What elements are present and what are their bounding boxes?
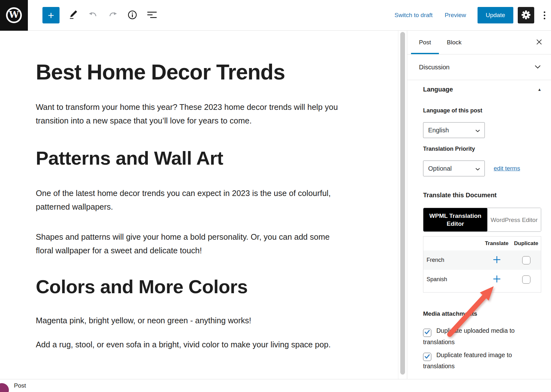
duplicate-featured-image-checkbox[interactable] xyxy=(423,353,431,361)
close-sidebar-button[interactable] xyxy=(536,39,542,46)
media-option: Duplicate featured image to translations xyxy=(423,350,542,372)
paragraph-block[interactable]: Want to transform your home this year? T… xyxy=(36,100,380,128)
table-row-spanish: Spanish xyxy=(423,270,541,289)
translate-document-heading: Translate this Document xyxy=(423,192,542,199)
heading-block[interactable]: Colors and More Colors xyxy=(36,276,380,297)
gear-icon xyxy=(521,10,531,21)
info-icon xyxy=(127,10,137,21)
redo-button[interactable] xyxy=(106,8,120,22)
update-button[interactable]: Update xyxy=(478,7,513,23)
language-name: Spanish xyxy=(423,276,482,283)
corner-badge xyxy=(0,383,9,392)
translation-languages-table: Translate Duplicate French Spanish xyxy=(423,236,541,293)
redo-icon xyxy=(108,11,118,20)
panel-language: Language ▲ Language of this post English… xyxy=(407,80,551,371)
sidebar-tabs: Post Block xyxy=(407,31,551,54)
wordpress-w-glyph: W xyxy=(9,10,19,19)
checkmark-icon xyxy=(424,352,430,362)
column-translate: Translate xyxy=(482,240,511,247)
preview-button[interactable]: Preview xyxy=(445,12,466,19)
duplicate-french-checkbox[interactable] xyxy=(522,256,530,264)
language-name: French xyxy=(423,257,482,263)
translation-editor-toggle: WPML Translation Editor WordPress Editor xyxy=(423,208,541,232)
undo-icon xyxy=(88,11,98,20)
add-spanish-translation-button[interactable] xyxy=(492,275,501,284)
wpml-editor-option[interactable]: WPML Translation Editor xyxy=(423,208,487,231)
close-icon xyxy=(536,41,542,46)
select-value: Optional xyxy=(428,165,452,172)
block-inserter-button[interactable]: + xyxy=(42,7,60,23)
paragraph-block[interactable]: One of the latest home decor trends you … xyxy=(36,187,380,214)
edit-tool-button[interactable] xyxy=(66,8,80,22)
checkmark-icon xyxy=(424,327,430,338)
paragraph-block[interactable]: Add a rug, stool, or even sofa in a brig… xyxy=(36,338,380,351)
duplicate-spanish-checkbox[interactable] xyxy=(522,275,530,284)
media-attachments-heading: Media attachments xyxy=(423,310,542,317)
panel-label: Discussion xyxy=(419,64,450,71)
options-menu-button[interactable] xyxy=(542,9,547,22)
undo-button[interactable] xyxy=(86,8,100,22)
post-content: Best Home Decor Trends Want to transform… xyxy=(0,31,380,351)
plus-icon xyxy=(492,275,501,284)
heading-block[interactable]: Patterns and Wall Art xyxy=(36,148,380,169)
column-duplicate: Duplicate xyxy=(511,240,541,247)
edit-terms-link[interactable]: edit terms xyxy=(494,165,520,172)
wordpress-editor-option[interactable]: WordPress Editor xyxy=(487,208,541,231)
editor-top-toolbar: W + Switch to draft Preview Update xyxy=(0,0,551,31)
plus-icon: + xyxy=(48,10,54,21)
pencil-icon xyxy=(68,9,79,21)
media-option: Duplicate uploaded media to translations xyxy=(423,326,542,347)
chevron-down-icon xyxy=(475,165,480,172)
post-title[interactable]: Best Home Decor Trends xyxy=(36,60,380,84)
chevron-down-icon xyxy=(535,64,541,70)
add-french-translation-button[interactable] xyxy=(492,255,501,265)
dot-icon xyxy=(544,11,545,13)
tab-post[interactable]: Post xyxy=(411,31,439,54)
paragraph-block[interactable]: Shapes and patterns will give your home … xyxy=(36,230,380,257)
translation-priority-select[interactable]: Optional xyxy=(423,161,485,176)
breadcrumb[interactable]: Post xyxy=(14,382,26,389)
collapse-arrow-icon: ▲ xyxy=(537,87,542,92)
list-view-icon xyxy=(147,11,157,20)
dot-icon xyxy=(544,18,545,19)
translation-priority-label: Translation Priority xyxy=(423,146,542,152)
dot-icon xyxy=(544,15,545,16)
topbar-actions: Switch to draft Preview Update xyxy=(395,7,547,23)
checkbox-label: Duplicate uploaded media to translations xyxy=(423,327,515,345)
tab-block[interactable]: Block xyxy=(439,31,469,54)
wordpress-logo-icon[interactable]: W xyxy=(0,0,28,31)
editor-footer: Post xyxy=(0,379,551,392)
table-header-row: Translate Duplicate xyxy=(423,237,541,250)
editor-canvas: Best Home Decor Trends Want to transform… xyxy=(0,31,398,379)
chevron-down-icon xyxy=(475,127,480,134)
panel-label: Language xyxy=(423,86,453,93)
select-value: English xyxy=(428,127,449,134)
list-view-button[interactable] xyxy=(145,8,159,22)
switch-to-draft-button[interactable]: Switch to draft xyxy=(395,12,433,19)
duplicate-media-checkbox[interactable] xyxy=(423,329,431,337)
details-button[interactable] xyxy=(125,8,139,22)
paragraph-block[interactable]: Magenta pink, bright yellow, or neon gre… xyxy=(36,314,380,327)
post-language-select[interactable]: English xyxy=(423,122,485,138)
post-language-label: Language of this post xyxy=(423,107,542,114)
table-row-french: French xyxy=(423,250,541,270)
plus-icon xyxy=(492,255,501,265)
checkbox-label: Duplicate featured image to translations xyxy=(423,351,512,370)
language-panel-header[interactable]: Language ▲ xyxy=(423,80,542,98)
canvas-scrollbar-thumb[interactable] xyxy=(400,32,405,375)
settings-toggle-button[interactable] xyxy=(518,7,534,23)
panel-discussion[interactable]: Discussion xyxy=(407,54,551,80)
settings-sidebar: Post Block Discussion Language ▲ Languag… xyxy=(407,31,551,379)
